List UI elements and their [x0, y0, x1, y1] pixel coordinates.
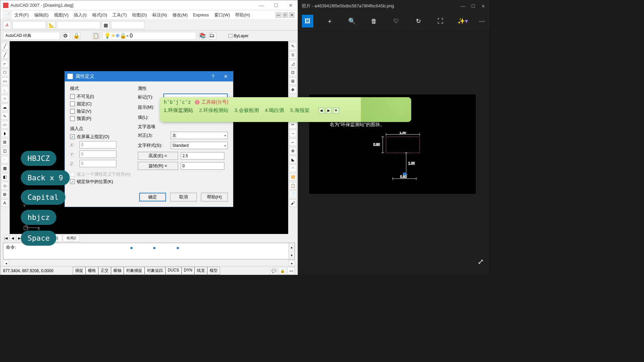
- ime-candidate-5[interactable]: 5.海报架: [290, 107, 310, 114]
- hscroll-track[interactable]: [9, 260, 289, 266]
- lock-ui-icon[interactable]: 🔒: [279, 267, 286, 275]
- array-tool[interactable]: ⊞: [289, 77, 297, 85]
- rotate-icon[interactable]: ↻: [413, 15, 424, 27]
- lock-pos-checkbox[interactable]: [70, 179, 75, 184]
- mirror-tool[interactable]: ◿: [289, 60, 297, 67]
- xline-tool[interactable]: ╱: [1, 51, 8, 59]
- expand-icon[interactable]: ⤢: [478, 257, 484, 266]
- tablestyle-icon[interactable]: ▦: [102, 21, 110, 29]
- paste-tool[interactable]: 📄: [289, 191, 297, 198]
- dialog-help-button[interactable]: ?: [209, 74, 217, 79]
- height-input[interactable]: 2.5: [181, 152, 224, 160]
- photos-minimize[interactable]: —: [461, 4, 465, 9]
- tablestyle-combo[interactable]: [111, 21, 145, 29]
- rotation-input[interactable]: 0: [181, 162, 224, 170]
- tab-first[interactable]: |◀: [3, 235, 9, 241]
- extend-tool[interactable]: →: [289, 130, 297, 137]
- lwt-toggle[interactable]: 线宽: [195, 267, 207, 275]
- close-button[interactable]: ✕: [287, 1, 295, 9]
- ime-candidate-4[interactable]: 4.喝白酒: [265, 107, 284, 114]
- circle-tool[interactable]: ○: [1, 95, 8, 102]
- ime-next[interactable]: ▶: [326, 108, 332, 114]
- tab-prev[interactable]: ◀: [10, 235, 16, 241]
- hscroll-left[interactable]: ◂: [3, 260, 9, 266]
- layer-prev-icon[interactable]: 📚: [199, 32, 206, 40]
- copy-tool[interactable]: ⎘: [289, 51, 297, 59]
- model-toggle[interactable]: 模型: [207, 267, 220, 275]
- cancel-button[interactable]: 取消: [170, 193, 197, 201]
- osnap-toggle[interactable]: 对象捕捉: [124, 267, 145, 275]
- style-combo[interactable]: Standard▾: [171, 142, 228, 149]
- menu-view[interactable]: 视图(V): [52, 11, 70, 19]
- view-all-icon[interactable]: 🖼: [302, 15, 313, 27]
- preset-checkbox[interactable]: [70, 116, 75, 121]
- mdi-close[interactable]: ✕: [289, 12, 295, 18]
- bylayer-combo[interactable]: ByLayer: [228, 34, 249, 38]
- ducs-toggle[interactable]: DUCS: [165, 267, 181, 275]
- minimize-button[interactable]: —: [257, 1, 265, 9]
- matchprop-tool[interactable]: 🖌: [289, 199, 297, 207]
- scroll-up[interactable]: ▴: [289, 243, 294, 251]
- dimstyle-combo[interactable]: [57, 21, 100, 29]
- region-tool[interactable]: ◇: [1, 182, 8, 189]
- menu-insert[interactable]: 插入(I): [72, 11, 89, 19]
- textstyle-combo[interactable]: [12, 21, 46, 29]
- layer-manager-icon[interactable]: 📋: [92, 32, 100, 40]
- spline-tool[interactable]: ∿: [1, 112, 8, 120]
- layer-combo[interactable]: 💡☀❄🔒▫ 0: [102, 32, 196, 40]
- verify-checkbox[interactable]: [70, 109, 75, 114]
- snap-toggle[interactable]: 捕捉: [73, 267, 86, 275]
- ortho-toggle[interactable]: 正交: [98, 267, 111, 275]
- menu-dimension[interactable]: 标注(N): [150, 11, 169, 19]
- height-button[interactable]: 高度(E) <: [138, 152, 178, 160]
- hscroll-right[interactable]: ▸: [289, 260, 295, 266]
- mtext-tool[interactable]: A: [1, 199, 8, 207]
- trim-tool[interactable]: ✂: [289, 121, 297, 128]
- mdi-restore[interactable]: □: [282, 12, 288, 18]
- ellipse-tool[interactable]: ⬭: [1, 121, 8, 128]
- textstyle-icon[interactable]: A: [3, 21, 11, 29]
- menu-tools[interactable]: 工具(T): [110, 11, 129, 19]
- grip-handle[interactable]: [176, 247, 179, 249]
- gradient-tool[interactable]: ◧: [1, 173, 8, 181]
- justify-combo[interactable]: 左▾: [171, 132, 228, 139]
- menu-express[interactable]: Express: [191, 12, 211, 18]
- workspace-settings-icon[interactable]: ⚙: [63, 32, 70, 40]
- photos-maximize[interactable]: ☐: [471, 4, 475, 9]
- menu-file[interactable]: 文件(F): [12, 11, 31, 19]
- block-tool[interactable]: ◫: [1, 147, 8, 155]
- ime-dropdown[interactable]: ▼: [333, 108, 339, 114]
- rotation-button[interactable]: 旋转(R) <: [138, 162, 178, 170]
- photos-viewport[interactable]: 加入属性，属性 监测站名；属性 2，保存带属性的 名为"环保监测站"的图块。 1…: [298, 30, 489, 272]
- erase-tool[interactable]: ✎: [289, 43, 297, 50]
- zoom-icon[interactable]: 🔍: [346, 15, 358, 27]
- mdi-minimize[interactable]: —: [275, 12, 281, 18]
- break-tool[interactable]: ⌐: [289, 138, 297, 146]
- clean-screen-icon[interactable]: ▭: [287, 267, 295, 275]
- invisible-checkbox[interactable]: [70, 94, 75, 99]
- chamfer-tool[interactable]: ◣: [289, 156, 297, 163]
- menu-format[interactable]: 格式(O): [90, 11, 109, 19]
- menu-window[interactable]: 窗口(W): [212, 11, 232, 19]
- ok-button[interactable]: 确定: [139, 193, 166, 201]
- scroll-down[interactable]: ▾: [289, 251, 294, 259]
- help-button[interactable]: 帮助(H): [201, 193, 228, 201]
- onscreen-checkbox[interactable]: [70, 134, 75, 139]
- polar-toggle[interactable]: 极轴: [111, 267, 124, 275]
- hscroll[interactable]: ◂ ▸: [3, 260, 295, 266]
- pline-tool[interactable]: ⌐: [1, 60, 8, 67]
- edit-icon[interactable]: ✨▾: [457, 15, 468, 27]
- move-tool[interactable]: ✥: [289, 86, 297, 94]
- ime-candidate-3[interactable]: 3.会被检测: [234, 107, 259, 114]
- ime-candidate-2[interactable]: 2.环保检测站: [199, 107, 229, 114]
- cmd-scrollbar[interactable]: ▴ ▾: [288, 243, 294, 259]
- delete-icon[interactable]: 🗑: [368, 15, 380, 27]
- menu-draw[interactable]: 绘图(D): [130, 11, 149, 19]
- constant-checkbox[interactable]: [70, 102, 75, 106]
- line-tool[interactable]: ╱: [1, 43, 8, 50]
- polygon-tool[interactable]: ⬠: [1, 69, 8, 76]
- offset-tool[interactable]: ⊡: [289, 69, 297, 76]
- comm-center-icon[interactable]: 💬: [270, 267, 277, 275]
- workspace-lock-icon[interactable]: 🔒: [73, 32, 80, 40]
- otrack-toggle[interactable]: 对象追踪: [145, 267, 165, 275]
